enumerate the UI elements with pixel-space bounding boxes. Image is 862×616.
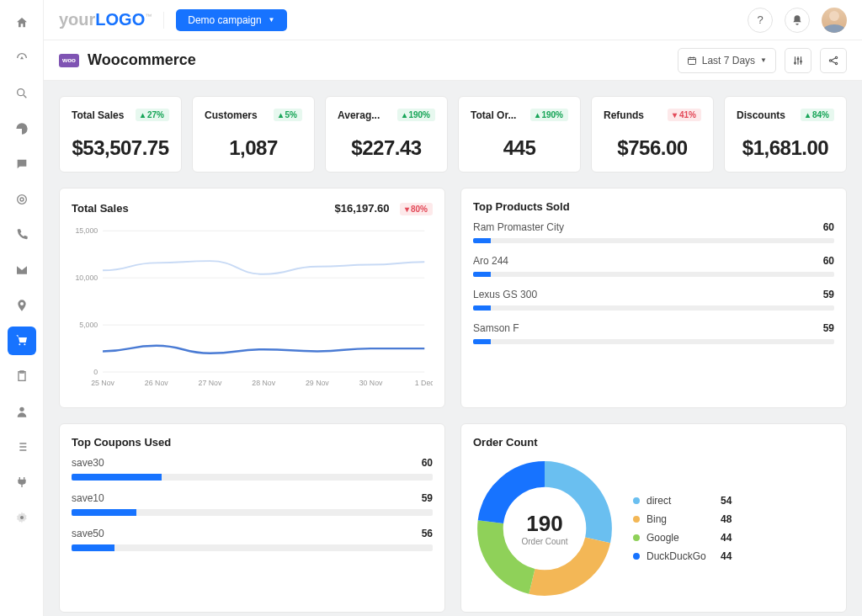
svg-point-8	[797, 58, 799, 60]
share-button[interactable]	[820, 48, 847, 73]
campaign-selector[interactable]: Demo campaign ▼	[176, 9, 286, 31]
nav-cart[interactable]	[8, 327, 36, 355]
product-item[interactable]: Ram Promaster City60	[473, 221, 834, 243]
nav-settings[interactable]	[8, 503, 36, 532]
kpi-card[interactable]: Averag... ▴ 190% $227.43	[325, 96, 448, 173]
product-name: Lexus GS 300	[473, 289, 537, 300]
product-item[interactable]: Aro 24460	[473, 255, 834, 277]
nav-clipboard[interactable]	[8, 362, 36, 390]
sliders-icon	[792, 55, 804, 66]
legend-name: DuckDuckGo	[646, 550, 714, 562]
legend-item[interactable]: Bing48	[633, 513, 732, 525]
kpi-value: $756.00	[604, 136, 701, 160]
progress-fill	[72, 509, 136, 516]
kpi-value: $227.43	[338, 136, 435, 160]
nav-plugin[interactable]	[8, 468, 36, 497]
nav-mail[interactable]	[8, 256, 36, 284]
divider	[163, 12, 164, 29]
kpi-card[interactable]: Total Or... ▴ 190% 445	[458, 96, 581, 173]
progress-track	[72, 509, 433, 516]
progress-fill	[72, 474, 162, 481]
donut-center-label: Order Count	[521, 537, 567, 546]
sidebar	[0, 0, 44, 616]
legend-item[interactable]: direct54	[633, 495, 732, 507]
legend-dot	[633, 497, 640, 504]
top-coupons-card: Top Coupons Used save3060save1059save505…	[59, 423, 445, 613]
legend-item[interactable]: DuckDuckGo44	[633, 550, 732, 562]
svg-point-1	[17, 195, 26, 204]
svg-point-10	[829, 59, 831, 61]
product-value: 60	[823, 221, 834, 233]
legend-dot	[633, 553, 640, 560]
kpi-card[interactable]: Total Sales ▴ 27% $53,507.75	[59, 96, 182, 173]
progress-fill	[473, 339, 491, 344]
topbar: yourLOGO™ Demo campaign ▼ ?	[44, 0, 862, 40]
kpi-delta-badge: ▴ 190%	[530, 109, 568, 121]
kpi-label: Customers	[205, 109, 258, 121]
user-avatar[interactable]	[822, 8, 847, 33]
brand-tm: ™	[145, 13, 152, 20]
nav-chat[interactable]	[8, 150, 36, 178]
svg-text:10,000: 10,000	[75, 273, 98, 282]
nav-home[interactable]	[8, 8, 36, 37]
legend-item[interactable]: Google44	[633, 532, 732, 544]
nav-dashboard[interactable]	[8, 44, 36, 72]
coupon-item[interactable]: save1059	[72, 492, 433, 516]
product-item[interactable]: Lexus GS 30059	[473, 289, 834, 311]
help-button[interactable]: ?	[748, 8, 773, 33]
svg-point-11	[835, 56, 837, 58]
progress-fill	[473, 238, 491, 243]
kpi-card[interactable]: Customers ▴ 5% 1,087	[192, 96, 315, 173]
legend-name: Google	[646, 532, 714, 544]
kpi-card[interactable]: Refunds ▾ 41% $756.00	[591, 96, 714, 173]
donut-chart: 190 Order Count	[473, 457, 616, 600]
svg-point-12	[835, 62, 837, 64]
kpi-label: Total Or...	[471, 109, 516, 121]
page-title: Woocommerce	[88, 51, 196, 69]
svg-point-0	[17, 89, 24, 96]
chevron-down-icon: ▼	[760, 56, 767, 64]
product-value: 60	[823, 255, 834, 267]
svg-point-7	[795, 62, 796, 64]
coupon-value: 56	[422, 528, 433, 539]
product-name: Aro 244	[473, 255, 508, 267]
nav-user[interactable]	[8, 397, 36, 426]
kpi-delta-badge: ▴ 84%	[801, 109, 834, 121]
kpi-label: Averag...	[338, 109, 380, 121]
nav-analytics[interactable]	[8, 114, 36, 143]
coupon-item[interactable]: save3060	[72, 457, 433, 481]
nav-search[interactable]	[8, 79, 36, 108]
brand-logo[interactable]: yourLOGO™	[59, 10, 152, 29]
coupon-item[interactable]: save5056	[72, 528, 433, 551]
date-range-selector[interactable]: Last 7 Days ▼	[678, 48, 776, 73]
line-chart: 05,00010,00015,00025 Nov26 Nov27 Nov28 N…	[72, 224, 433, 392]
nav-location[interactable]	[8, 291, 36, 320]
progress-fill	[473, 272, 491, 277]
kpi-value: 1,087	[205, 136, 302, 160]
nav-phone[interactable]	[8, 220, 36, 249]
donut-legend: direct54Bing48Google44DuckDuckGo44	[633, 495, 732, 562]
notifications-button[interactable]	[785, 8, 810, 33]
brand-part1: your	[59, 10, 95, 29]
kpi-card[interactable]: Discounts ▴ 84% $1,681.00	[724, 96, 847, 173]
progress-track	[473, 272, 834, 277]
nav-target[interactable]	[8, 185, 36, 214]
settings-toggle-button[interactable]	[785, 48, 811, 73]
kpi-value: $1,681.00	[737, 136, 834, 160]
progress-fill	[72, 544, 114, 551]
product-item[interactable]: Samson F59	[473, 322, 834, 344]
legend-value: 44	[721, 550, 732, 562]
progress-track	[72, 474, 433, 481]
total-sales-chart-card: Total Sales $16,197.60 ▾ 80% 05,00010,00…	[59, 188, 445, 408]
svg-text:27 Nov: 27 Nov	[199, 379, 222, 387]
svg-rect-6	[688, 57, 695, 64]
legend-dot	[633, 534, 640, 541]
campaign-label: Demo campaign	[188, 14, 261, 26]
card-title: Order Count	[473, 436, 834, 449]
legend-value: 54	[721, 495, 732, 507]
svg-text:29 Nov: 29 Nov	[306, 379, 329, 387]
kpi-label: Refunds	[604, 109, 644, 121]
nav-list[interactable]	[8, 433, 36, 461]
date-range-label: Last 7 Days	[702, 55, 755, 66]
product-value: 59	[823, 289, 834, 300]
